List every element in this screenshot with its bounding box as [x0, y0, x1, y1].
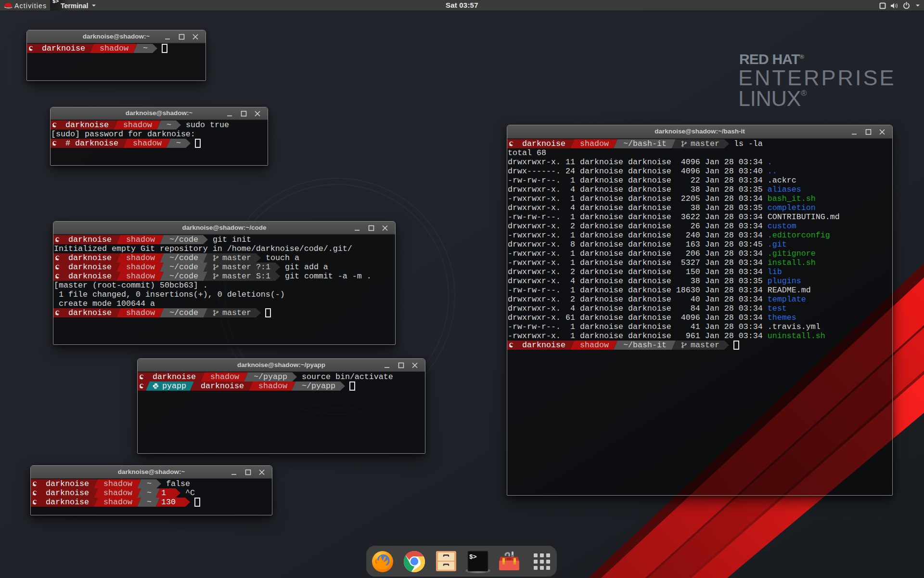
svg-text:LINUX®: LINUX®: [738, 86, 807, 111]
svg-text:$>: $>: [469, 553, 477, 561]
svg-text:RED HAT®: RED HAT®: [739, 51, 805, 67]
